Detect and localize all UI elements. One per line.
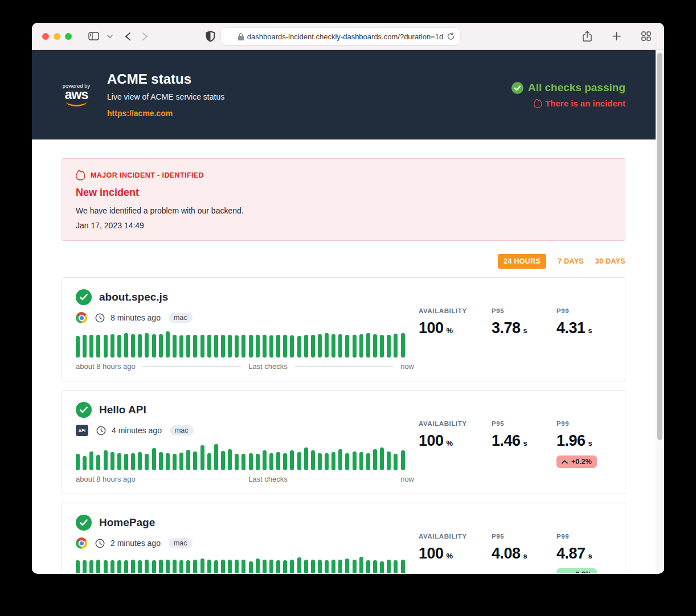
status-bar[interactable] bbox=[249, 453, 253, 470]
status-bar[interactable] bbox=[76, 560, 80, 573]
status-bar[interactable] bbox=[353, 560, 357, 573]
status-bar[interactable] bbox=[221, 451, 225, 470]
tab-overview-icon[interactable] bbox=[641, 31, 651, 41]
status-bar[interactable] bbox=[207, 560, 211, 573]
status-bar[interactable] bbox=[186, 450, 190, 470]
status-bar[interactable] bbox=[173, 560, 177, 573]
status-bar[interactable] bbox=[366, 333, 370, 358]
status-bar[interactable] bbox=[207, 453, 211, 470]
check-card-about-spec-js[interactable]: about.spec.js 8 minutes ago mac about 8 … bbox=[62, 277, 625, 381]
status-bar[interactable] bbox=[145, 333, 149, 358]
status-bar[interactable] bbox=[304, 560, 308, 573]
status-bar[interactable] bbox=[179, 560, 183, 573]
status-bar[interactable] bbox=[387, 560, 391, 573]
status-bar[interactable] bbox=[104, 335, 108, 358]
status-bar[interactable] bbox=[318, 334, 322, 358]
status-bar[interactable] bbox=[394, 560, 398, 573]
status-bar[interactable] bbox=[331, 560, 335, 573]
new-tab-icon[interactable] bbox=[612, 32, 621, 40]
status-bar[interactable] bbox=[394, 334, 398, 358]
status-bar[interactable] bbox=[345, 335, 349, 358]
status-bar[interactable] bbox=[235, 454, 239, 470]
status-bar[interactable] bbox=[96, 455, 100, 470]
status-bar[interactable] bbox=[276, 335, 280, 358]
status-bar[interactable] bbox=[241, 335, 245, 358]
status-bar[interactable] bbox=[89, 560, 93, 573]
status-bar[interactable] bbox=[124, 454, 128, 470]
status-bar[interactable] bbox=[152, 448, 156, 470]
status-bar[interactable] bbox=[394, 454, 398, 470]
acme-link[interactable]: https://acme.com bbox=[107, 109, 173, 118]
status-bar[interactable] bbox=[138, 452, 142, 470]
status-bar[interactable] bbox=[373, 560, 377, 573]
status-bar[interactable] bbox=[353, 451, 357, 470]
status-bar[interactable] bbox=[304, 335, 308, 358]
status-bar[interactable] bbox=[325, 560, 329, 573]
status-bar[interactable] bbox=[401, 450, 405, 470]
status-bar[interactable] bbox=[152, 560, 156, 573]
status-bar[interactable] bbox=[359, 452, 363, 470]
status-bar[interactable] bbox=[297, 336, 301, 358]
status-bar[interactable] bbox=[283, 560, 287, 573]
status-bar[interactable] bbox=[276, 452, 280, 470]
sidebar-icon[interactable] bbox=[88, 32, 99, 40]
status-bar[interactable] bbox=[138, 334, 142, 358]
reload-icon[interactable] bbox=[447, 32, 455, 40]
status-bar[interactable] bbox=[200, 335, 204, 358]
status-bar[interactable] bbox=[269, 560, 273, 573]
status-bar[interactable] bbox=[256, 454, 260, 470]
status-bar[interactable] bbox=[193, 335, 197, 358]
status-bar[interactable] bbox=[325, 453, 329, 470]
status-bar[interactable] bbox=[249, 335, 253, 358]
minimize-window-button[interactable] bbox=[54, 33, 60, 40]
status-bar[interactable] bbox=[338, 334, 342, 358]
status-bar[interactable] bbox=[366, 453, 370, 470]
status-bar[interactable] bbox=[345, 558, 349, 573]
status-bar[interactable] bbox=[159, 334, 163, 358]
status-bar[interactable] bbox=[331, 452, 335, 470]
status-bar[interactable] bbox=[159, 560, 163, 573]
status-bar[interactable] bbox=[200, 558, 204, 573]
status-bar[interactable] bbox=[235, 560, 239, 573]
status-bar[interactable] bbox=[401, 333, 405, 358]
status-bar[interactable] bbox=[304, 447, 308, 470]
chevron-down-icon[interactable] bbox=[107, 35, 113, 38]
range-30-days-button[interactable]: 30 DAYS bbox=[595, 257, 625, 265]
privacy-shield-icon[interactable] bbox=[206, 31, 215, 42]
status-bar[interactable] bbox=[241, 454, 245, 470]
close-window-button[interactable] bbox=[42, 33, 49, 40]
status-bar[interactable] bbox=[311, 335, 315, 358]
status-bar-chart[interactable] bbox=[76, 444, 405, 470]
status-bar[interactable] bbox=[297, 557, 301, 573]
status-bar[interactable] bbox=[290, 450, 294, 470]
status-bar[interactable] bbox=[193, 560, 197, 573]
status-bar[interactable] bbox=[166, 453, 170, 470]
status-bar[interactable] bbox=[96, 560, 100, 573]
status-bar[interactable] bbox=[124, 333, 128, 358]
status-bar[interactable] bbox=[387, 335, 391, 358]
status-bar[interactable] bbox=[89, 451, 93, 470]
forward-button-icon[interactable] bbox=[142, 32, 148, 41]
status-bar[interactable] bbox=[387, 451, 391, 470]
status-bar[interactable] bbox=[359, 557, 363, 573]
status-bar[interactable] bbox=[76, 454, 80, 470]
status-bar[interactable] bbox=[380, 561, 384, 573]
status-bar[interactable] bbox=[269, 335, 273, 358]
status-bar[interactable] bbox=[207, 335, 211, 358]
status-bar[interactable] bbox=[373, 449, 377, 470]
status-bar[interactable] bbox=[83, 560, 87, 573]
status-bar[interactable] bbox=[256, 558, 260, 573]
status-bar[interactable] bbox=[83, 456, 87, 470]
status-bar-chart[interactable] bbox=[76, 557, 405, 573]
status-bar[interactable] bbox=[311, 450, 315, 470]
status-bar[interactable] bbox=[221, 560, 225, 573]
status-bar[interactable] bbox=[166, 331, 170, 358]
status-bar[interactable] bbox=[290, 335, 294, 358]
status-bar[interactable] bbox=[311, 560, 315, 573]
status-bar[interactable] bbox=[179, 335, 183, 358]
status-bar[interactable] bbox=[214, 560, 218, 573]
status-bar[interactable] bbox=[235, 335, 239, 358]
status-bar[interactable] bbox=[401, 560, 405, 573]
status-bar[interactable] bbox=[269, 453, 273, 470]
status-bar[interactable] bbox=[96, 335, 100, 358]
